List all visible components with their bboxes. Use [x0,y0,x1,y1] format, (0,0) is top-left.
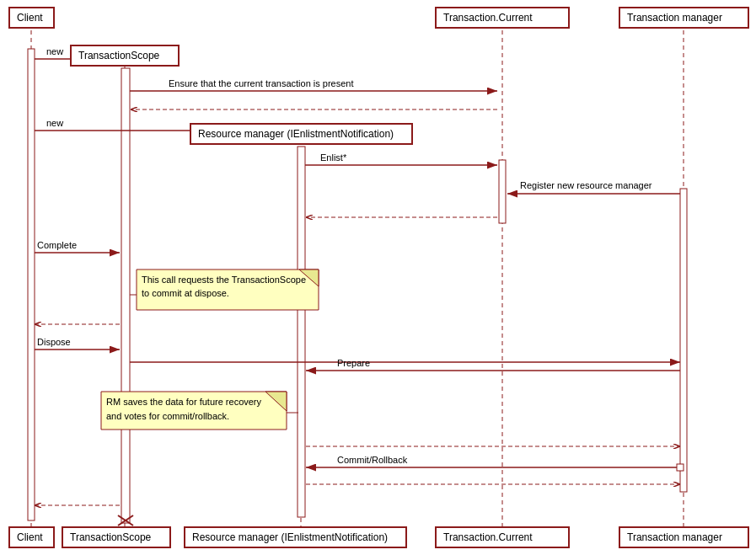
svg-text:This call requests the Transac: This call requests the TransactionScope [142,275,306,285]
sequence-diagram-svg: new Ensure that the current transaction … [0,0,756,555]
svg-text:Ensure that the current transa: Ensure that the current transaction is p… [169,78,354,88]
svg-text:Prepare: Prepare [337,358,370,368]
svg-rect-34 [677,464,684,471]
svg-rect-7 [28,49,35,520]
diagram-container: new Ensure that the current transaction … [0,0,756,555]
lifeline-txcurrent-bottom: Transaction.Current [435,526,570,548]
svg-rect-8 [121,68,130,523]
svg-text:new: new [46,118,63,128]
svg-text:to commit at dispose.: to commit at dispose. [142,288,229,298]
svg-text:Enlist*: Enlist* [320,152,347,163]
lifeline-txmanager-bottom: Transaction manager [619,526,749,548]
lifeline-txcurrent-top: Transaction.Current [435,7,570,29]
svg-text:Register new resource manager: Register new resource manager [520,180,652,190]
lifeline-transscope-bottom: TransactionScope [62,526,171,548]
lifeline-txmanager-top: Transaction manager [619,7,749,29]
svg-rect-10 [499,160,506,223]
svg-text:Dispose: Dispose [37,337,71,347]
lifeline-resourcemgr-top: Resource manager (IEnlistmentNotificatio… [190,123,413,145]
svg-text:Commit/Rollback: Commit/Rollback [337,455,408,465]
lifeline-client-top: Client [8,7,55,29]
svg-text:Complete: Complete [37,240,77,250]
svg-rect-9 [298,147,305,517]
lifeline-transscope-top: TransactionScope [70,45,180,67]
lifeline-resourcemgr-bottom: Resource manager (IEnlistmentNotificatio… [184,526,407,548]
svg-text:and votes for commit/rollback.: and votes for commit/rollback. [106,411,229,421]
svg-text:RM saves the data for future r: RM saves the data for future recovery [106,397,262,407]
svg-text:new: new [46,46,63,56]
svg-rect-11 [680,189,687,492]
lifeline-client-bottom: Client [8,526,55,548]
